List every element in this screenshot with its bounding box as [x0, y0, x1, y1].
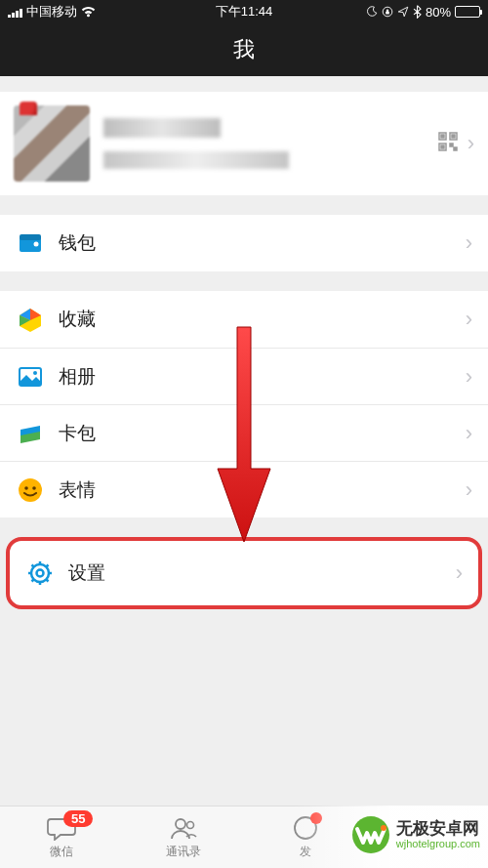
notification-dot	[310, 812, 322, 824]
carrier-label: 中国移动	[26, 3, 77, 21]
wallet-icon	[16, 228, 45, 258]
wifi-icon	[81, 6, 96, 18]
person-icon	[415, 824, 440, 851]
chevron-right-icon: ›	[466, 421, 472, 446]
chevron-right-icon: ›	[456, 560, 463, 586]
svg-point-28	[186, 822, 193, 829]
tab-label: 发	[300, 844, 311, 860]
menu-group-content: 收藏 › 相册 › 卡包 › 表情 ›	[0, 291, 488, 517]
status-time: 下午11:44	[216, 3, 273, 21]
tab-label: 微信	[50, 844, 73, 860]
settings-gear-icon	[25, 558, 55, 588]
chevron-right-icon: ›	[466, 307, 472, 332]
svg-rect-2	[441, 135, 444, 138]
tab-bar: 微信 55 通讯录 发	[0, 806, 488, 868]
svg-point-11	[34, 242, 39, 247]
menu-item-favorites[interactable]: 收藏 ›	[0, 291, 488, 348]
profile-id-blurred	[103, 151, 289, 169]
svg-point-13	[33, 371, 37, 375]
svg-point-27	[176, 819, 185, 829]
battery-icon	[455, 6, 480, 18]
chevron-right-icon: ›	[466, 364, 472, 390]
orientation-lock-icon	[382, 6, 393, 18]
menu-item-album[interactable]: 相册 ›	[0, 348, 488, 404]
tab-chats[interactable]: 微信 55	[0, 806, 122, 868]
svg-rect-8	[454, 147, 457, 150]
svg-line-23	[32, 565, 34, 567]
album-icon	[16, 362, 45, 392]
svg-line-25	[32, 580, 34, 582]
svg-point-17	[31, 564, 49, 582]
page-title: 我	[233, 35, 255, 64]
battery-pct-label: 80%	[426, 5, 451, 20]
tab-contacts[interactable]: 通讯录	[122, 806, 244, 868]
svg-point-30	[423, 828, 432, 838]
chevron-right-icon: ›	[468, 131, 474, 156]
signal-icon	[8, 7, 22, 18]
menu-label: 钱包	[59, 230, 466, 256]
menu-label: 收藏	[59, 307, 466, 332]
svg-point-15	[24, 486, 28, 490]
chevron-right-icon: ›	[466, 477, 472, 503]
menu-label: 卡包	[59, 421, 466, 446]
profile-text	[103, 118, 438, 169]
tab-me[interactable]	[366, 806, 488, 868]
tab-label: 通讯录	[166, 844, 201, 860]
svg-point-16	[32, 486, 36, 490]
svg-rect-7	[450, 144, 453, 146]
menu-group-wallet: 钱包 ›	[0, 215, 488, 271]
tab-discover[interactable]: 发	[244, 806, 366, 868]
svg-rect-6	[441, 145, 444, 148]
status-bar: 中国移动 下午11:44 80%	[0, 0, 488, 23]
menu-item-wallet[interactable]: 钱包 ›	[0, 215, 488, 271]
menu-label: 设置	[68, 560, 456, 586]
svg-rect-4	[452, 135, 455, 138]
qr-code-icon[interactable]	[438, 132, 458, 155]
menu-label: 表情	[59, 477, 466, 503]
svg-line-26	[47, 565, 49, 567]
contacts-icon	[169, 814, 198, 842]
favorites-icon	[16, 305, 45, 334]
cards-icon	[16, 419, 45, 448]
nav-bar: 我	[0, 23, 488, 76]
menu-label: 相册	[59, 364, 466, 390]
svg-line-24	[47, 580, 49, 582]
menu-item-settings[interactable]: 设置 ›	[14, 545, 474, 601]
chevron-right-icon: ›	[466, 230, 472, 256]
svg-rect-10	[20, 234, 41, 240]
dnd-moon-icon	[366, 6, 378, 18]
location-icon	[397, 6, 409, 18]
avatar	[14, 105, 90, 182]
profile-name-blurred	[103, 118, 221, 138]
sticker-icon	[16, 475, 45, 505]
annotation-highlight-box: 设置 ›	[6, 537, 482, 609]
bluetooth-icon	[413, 5, 422, 19]
unread-badge: 55	[63, 810, 93, 827]
svg-point-18	[37, 570, 44, 577]
menu-item-cards[interactable]: 卡包 ›	[0, 404, 488, 461]
profile-card[interactable]: ›	[0, 92, 488, 195]
svg-point-14	[19, 478, 42, 502]
menu-item-stickers[interactable]: 表情 ›	[0, 461, 488, 517]
